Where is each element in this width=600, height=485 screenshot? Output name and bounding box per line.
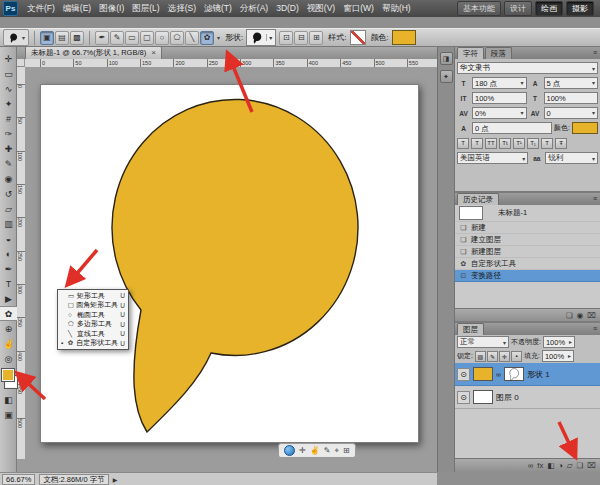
vertical-scale-field[interactable]: 100%	[472, 92, 527, 104]
faux-italic-button[interactable]: T	[471, 138, 483, 149]
layer-row-layer0[interactable]: ⊙ 图层 0	[455, 386, 600, 409]
close-icon[interactable]: ×	[151, 49, 156, 57]
rounded-rectangle-button[interactable]: ▢	[140, 31, 154, 45]
line-button[interactable]: ╲	[185, 31, 199, 45]
status-expand-icon[interactable]: ▶	[113, 476, 118, 483]
flyout-item[interactable]: ╲ 直线工具 U	[58, 329, 128, 339]
layer-fill-thumbnail[interactable]	[473, 367, 493, 381]
workspace-button[interactable]: 绘画	[535, 1, 563, 16]
add-mask-icon[interactable]: ◧	[547, 461, 554, 470]
menu-item[interactable]: 文件(F)	[23, 0, 59, 17]
panel-menu-icon[interactable]: ≡	[593, 47, 597, 59]
link-layers-icon[interactable]: ∞	[528, 461, 533, 470]
path-selection-tool[interactable]: ▶	[0, 291, 17, 306]
tab-layers[interactable]: 图层	[457, 323, 484, 335]
flyout-item[interactable]: ⬠ 多边形工具 U	[58, 320, 128, 330]
type-tool[interactable]: T	[0, 276, 17, 291]
layer-style-icon[interactable]: fx	[537, 461, 543, 470]
font-family-select[interactable]: 华文隶书 ▾	[457, 62, 598, 74]
pan-icon[interactable]: ✛	[299, 444, 306, 457]
grid-icon[interactable]: ⊞	[343, 444, 350, 457]
dodge-tool[interactable]: ◐	[0, 246, 17, 261]
anti-alias-select[interactable]: 锐利 ▾	[545, 152, 598, 164]
menu-item[interactable]: 窗口(W)	[339, 0, 378, 17]
zoom-level-field[interactable]: 66.67%	[2, 474, 35, 485]
flyout-item[interactable]: ▢ 圆角矩形工具 U	[58, 301, 128, 311]
screen-mode-button[interactable]: ▣	[0, 407, 17, 422]
geometry-options-icon[interactable]: ▾	[217, 34, 220, 41]
fill-pixels-button[interactable]: ▩	[70, 31, 84, 45]
flyout-item[interactable]: ▭ 矩形工具 U	[58, 291, 128, 301]
all-caps-button[interactable]: TT	[485, 138, 497, 149]
baseline-shift-field[interactable]: 0 点	[472, 122, 552, 134]
draw-icon[interactable]: ✎	[324, 444, 331, 457]
menu-item[interactable]: 分析(A)	[236, 0, 272, 17]
document-page[interactable]	[40, 84, 419, 443]
lock-image-icon[interactable]: ✎	[487, 351, 498, 362]
layer-group-icon[interactable]: ▱	[567, 461, 573, 470]
history-state[interactable]: ❏ 新建图层	[455, 246, 600, 258]
blur-tool[interactable]: ◒	[0, 231, 17, 246]
layer-thumbnail[interactable]	[473, 390, 493, 404]
tab-character[interactable]: 字符	[457, 47, 484, 59]
menu-item[interactable]: 3D(D)	[272, 0, 303, 17]
history-state[interactable]: ⊡ 变换路径	[455, 270, 600, 282]
foreground-color-swatch[interactable]	[2, 369, 14, 381]
vector-mask-thumbnail[interactable]	[504, 367, 524, 381]
superscript-button[interactable]: T¹	[513, 138, 525, 149]
ps-logo-icon[interactable]: Ps	[3, 1, 18, 16]
style-picker[interactable]	[350, 30, 366, 45]
tool-preset-picker[interactable]: ▾	[3, 29, 29, 46]
history-state[interactable]: ❏ 建立图层	[455, 234, 600, 246]
visibility-eye-icon[interactable]: ⊙	[457, 368, 470, 381]
delete-state-icon[interactable]: ⌧	[587, 311, 596, 320]
hand-tool[interactable]: ✌	[0, 336, 17, 351]
speech-bubble-shape[interactable]	[41, 85, 418, 442]
strikethrough-button[interactable]: Ŧ	[555, 138, 567, 149]
canvas-viewport[interactable]: ✛✌✎⌖⊞	[25, 67, 437, 459]
layer-name[interactable]: 形状 1	[527, 369, 550, 380]
panel-menu-icon[interactable]: ≡	[593, 193, 597, 205]
pen-tool-button[interactable]: ✒	[95, 31, 109, 45]
faux-bold-button[interactable]: T	[457, 138, 469, 149]
adjustment-layer-icon[interactable]: ◑	[558, 461, 563, 470]
leading-field[interactable]: 5 点 ▾	[544, 77, 599, 89]
tab-paragraph[interactable]: 段落	[485, 47, 512, 59]
gradient-tool[interactable]: ▥	[0, 216, 17, 231]
quick-mask-button[interactable]: ◧	[0, 392, 17, 407]
flyout-item[interactable]: ○ 椭圆工具 U	[58, 310, 128, 320]
subscript-button[interactable]: T₁	[527, 138, 539, 149]
birdseye-icon[interactable]	[284, 445, 295, 456]
tab-history[interactable]: 历史记录	[457, 193, 499, 205]
menu-item[interactable]: 滤镜(T)	[200, 0, 236, 17]
lock-position-icon[interactable]: ✛	[499, 351, 510, 362]
polygon-button[interactable]: ⬠	[170, 31, 184, 45]
clone-stamp-tool[interactable]: ◉	[0, 171, 17, 186]
rectangle-button[interactable]: ▭	[125, 31, 139, 45]
dock-panel-icon-b[interactable]: ✦	[440, 70, 453, 83]
new-layer-icon[interactable]: ❏	[577, 461, 584, 470]
ellipse-button[interactable]: ○	[155, 31, 169, 45]
paths-button[interactable]: ▤	[55, 31, 69, 45]
custom-shape-button[interactable]: ✿	[200, 31, 214, 45]
new-snapshot-icon[interactable]: ◉	[577, 311, 584, 320]
zoom-tool[interactable]: ◎	[0, 351, 17, 366]
new-document-from-state-icon[interactable]: ❏	[566, 311, 573, 320]
shape-color-swatch[interactable]	[392, 30, 416, 45]
subtract-shape-button[interactable]: ⊟	[294, 31, 308, 45]
move-tool[interactable]: ✛	[0, 51, 17, 66]
history-state[interactable]: ❏ 新建	[455, 222, 600, 234]
text-color-swatch[interactable]	[572, 122, 598, 134]
layer-name[interactable]: 图层 0	[496, 392, 519, 403]
lock-transparent-icon[interactable]: ▨	[475, 351, 486, 362]
lasso-tool[interactable]: ∿	[0, 81, 17, 96]
underline-button[interactable]: T	[541, 138, 553, 149]
crop-tool[interactable]: #	[0, 111, 17, 126]
fill-field[interactable]: 100% ▸	[542, 350, 574, 362]
pen-tool[interactable]: ✒	[0, 261, 17, 276]
healing-brush-tool[interactable]: ✚	[0, 141, 17, 156]
freeform-pen-button[interactable]: ✎	[110, 31, 124, 45]
eraser-tool[interactable]: ▱	[0, 201, 17, 216]
small-caps-button[interactable]: Tt	[499, 138, 511, 149]
horizontal-scale-field[interactable]: 100%	[544, 92, 599, 104]
